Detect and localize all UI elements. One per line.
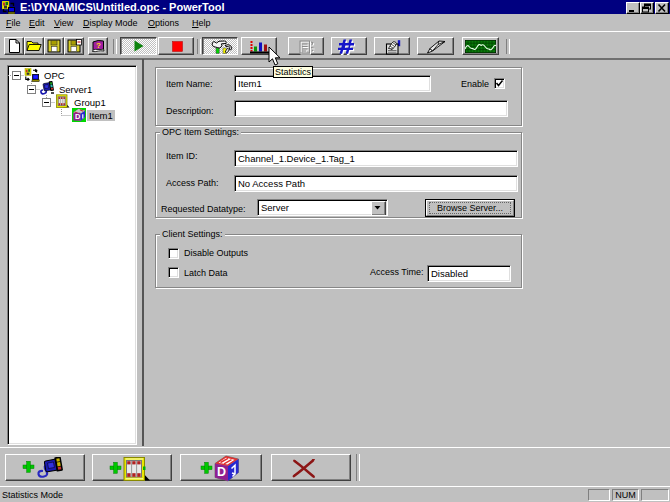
svg-text:D: D xyxy=(217,465,226,479)
svg-text:?: ? xyxy=(96,41,101,50)
